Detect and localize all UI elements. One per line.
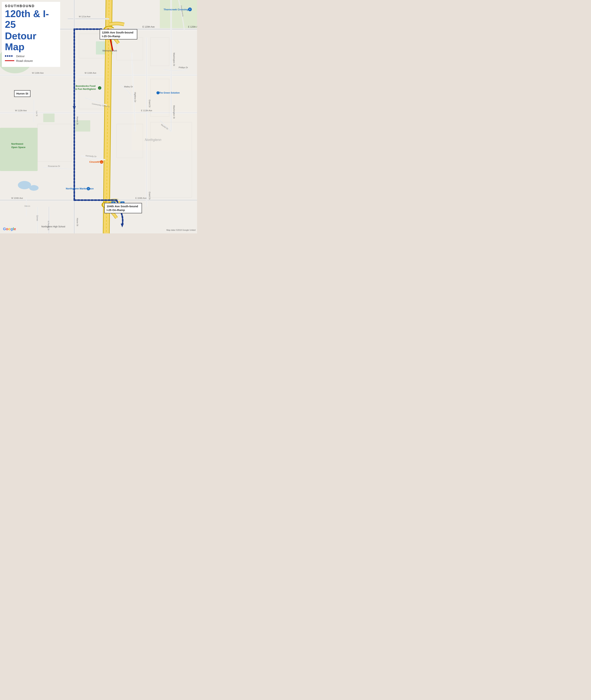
dot bbox=[9, 55, 10, 57]
closure-line bbox=[5, 60, 14, 61]
callout-104th-text: 104th Ave South-bound I-25 On-Ramp bbox=[107, 205, 138, 212]
callout-huron-text: Huron St bbox=[16, 92, 28, 95]
svg-rect-3 bbox=[43, 113, 55, 122]
svg-point-8 bbox=[18, 181, 31, 189]
google-g: G bbox=[3, 227, 6, 231]
svg-point-108 bbox=[156, 91, 159, 94]
svg-text:11: 11 bbox=[101, 161, 103, 163]
dot bbox=[7, 55, 8, 57]
detour-dots bbox=[5, 55, 13, 57]
svg-text:E 120th Ave: E 120th Ave bbox=[188, 25, 197, 28]
callout-120th-ramp: 120th Ave South-bound I-25 On-Ramp bbox=[100, 29, 137, 40]
google-o1: o bbox=[6, 227, 8, 231]
google-logo: Google bbox=[3, 227, 16, 231]
closure-icon bbox=[5, 60, 14, 61]
svg-text:W 116th Ave: W 116th Ave bbox=[32, 72, 44, 74]
svg-text:Memorial Park: Memorial Park bbox=[103, 50, 117, 52]
dot bbox=[11, 55, 13, 57]
detour-label: Detour bbox=[16, 55, 25, 58]
svg-text:W 116th Ave: W 116th Ave bbox=[85, 72, 96, 74]
svg-text:Huron St: Huron St bbox=[76, 116, 79, 125]
legend-closure: Road closure bbox=[5, 59, 57, 62]
svg-text:E 112th Ave: E 112th Ave bbox=[141, 109, 152, 111]
svg-rect-2 bbox=[0, 128, 38, 171]
google-o2: o bbox=[8, 227, 10, 231]
svg-text:Northwest: Northwest bbox=[11, 142, 23, 145]
google-g2: g bbox=[10, 227, 13, 231]
svg-text:P: P bbox=[189, 8, 191, 10]
svg-text:Los St: Los St bbox=[36, 111, 38, 116]
svg-text:Cinzzetti's: Cinzzetti's bbox=[89, 160, 102, 163]
legend-detour: Detour bbox=[5, 55, 57, 58]
title-line1: 120th & I-25 bbox=[5, 8, 57, 30]
svg-text:Open Space: Open Space bbox=[11, 146, 25, 149]
map-credit: Map data ©2018 Google United bbox=[167, 229, 196, 231]
svg-text:Quivas: Quivas bbox=[36, 215, 38, 221]
closure-label: Road closure bbox=[16, 59, 33, 62]
callout-120th-text: 120th Ave South-bound I-25 On-Ramp bbox=[102, 31, 133, 38]
svg-text:Northglenn High School: Northglenn High School bbox=[41, 225, 65, 228]
svg-text:P: P bbox=[88, 188, 89, 190]
svg-text:E 120th Ave: E 120th Ave bbox=[142, 25, 155, 28]
title-line2: Detour Map bbox=[5, 30, 57, 52]
svg-text:& Fun Northglenn: & Fun Northglenn bbox=[75, 88, 96, 90]
svg-text:The Green Solution: The Green Solution bbox=[159, 91, 180, 94]
svg-text:✓: ✓ bbox=[99, 87, 101, 89]
detour-icon bbox=[5, 55, 14, 57]
svg-text:Highline Dr: Highline Dr bbox=[134, 92, 136, 102]
overlay-panel: SOUTHBOUND 120th & I-25 Detour Map Detou… bbox=[2, 2, 60, 67]
svg-text:Ura Ln: Ura Ln bbox=[24, 205, 30, 207]
svg-text:Malley Dr: Malley Dr bbox=[124, 85, 133, 88]
svg-text:W 104th Ave: W 104th Ave bbox=[11, 197, 23, 199]
google-e: e bbox=[14, 227, 16, 231]
svg-text:Washington St: Washington St bbox=[173, 105, 175, 119]
svg-text:Washington St: Washington St bbox=[173, 53, 175, 66]
svg-point-9 bbox=[29, 185, 39, 191]
legend: Detour Road closure bbox=[5, 55, 57, 62]
svg-text:W 121st Ave: W 121st Ave bbox=[79, 15, 90, 18]
subtitle: SOUTHBOUND bbox=[5, 4, 57, 8]
svg-text:Grant Dr: Grant Dr bbox=[148, 192, 151, 200]
callout-104th-ramp: 104th Ave South-bound I-25 On-Ramp bbox=[104, 203, 142, 213]
svg-text:Grant Dr: Grant Dr bbox=[148, 100, 151, 108]
svg-text:Phillips Dr: Phillips Dr bbox=[179, 66, 188, 69]
svg-text:Roseanna Dr: Roseanna Dr bbox=[48, 165, 60, 167]
svg-text:Thorncreek Crossing: Thorncreek Crossing bbox=[163, 8, 188, 11]
svg-text:Huron St: Huron St bbox=[76, 218, 79, 226]
dot bbox=[5, 55, 6, 57]
svg-text:Northglenn: Northglenn bbox=[145, 138, 161, 142]
svg-text:Boondocks Food: Boondocks Food bbox=[76, 85, 95, 87]
svg-text:W 112th Ave: W 112th Ave bbox=[15, 109, 27, 111]
callout-huron: Huron St bbox=[14, 90, 30, 97]
svg-text:E 104th Ave: E 104th Ave bbox=[135, 197, 146, 199]
